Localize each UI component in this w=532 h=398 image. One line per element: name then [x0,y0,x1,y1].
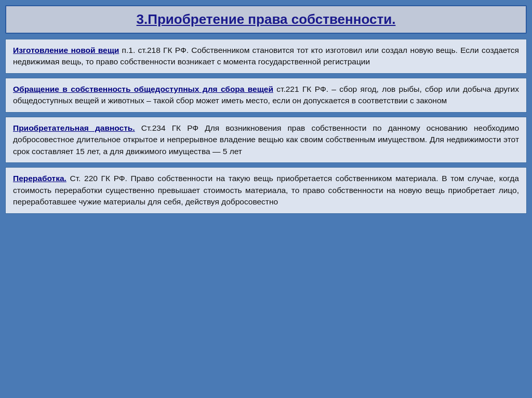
card-4-title: Переработка. [13,174,66,183]
content-area: Изготовление новой вещи п.1. ст.218 ГК Р… [5,39,527,393]
card-3: Приобретательная давность. Ст.234 ГК РФ … [5,117,527,163]
card-2-title: Обращение в собственность общедоступных … [13,85,273,93]
card-4: Переработка. Ст. 220 ГК РФ. Право собств… [5,167,527,213]
card-1: Изготовление новой вещи п.1. ст.218 ГК Р… [5,39,527,74]
title-container: 3.Приобретение права собственности. [5,5,527,34]
card-1-title: Изготовление новой вещи [13,46,119,54]
card-4-body: Ст. 220 ГК РФ. Право собственности на та… [13,174,519,206]
card-3-title: Приобретательная давность. [13,123,135,132]
page-title: 3.Приобретение права собственности. [137,11,396,27]
card-2: Обращение в собственность общедоступных … [5,78,527,113]
